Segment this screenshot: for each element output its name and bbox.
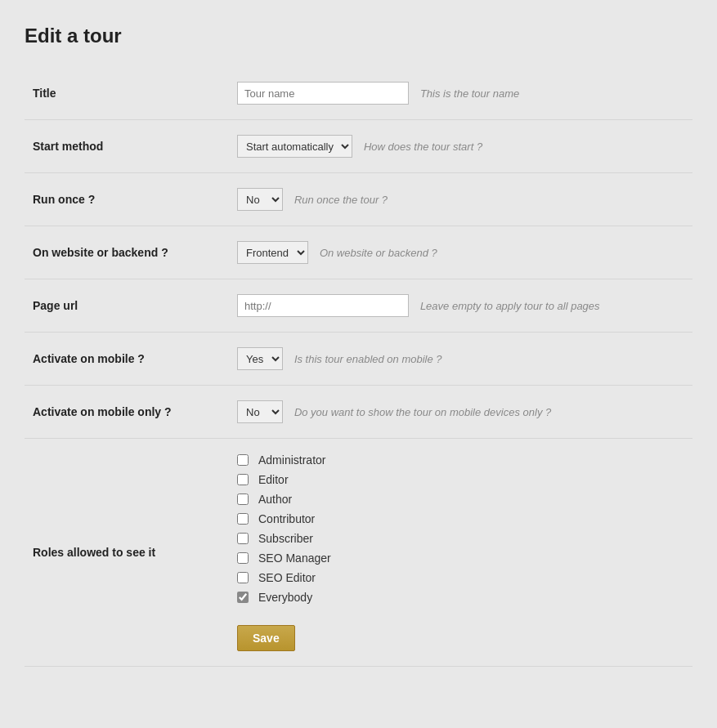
website-backend-row: On website or backend ? Frontend Backend… <box>25 226 692 279</box>
run-once-hint: Run once the tour ? <box>294 194 388 206</box>
start-method-cell: Start automatically Manual How does the … <box>229 120 692 173</box>
start-method-row: Start method Start automatically Manual … <box>25 120 692 173</box>
role-seo-editor-checkbox[interactable] <box>237 572 249 583</box>
page-title: Edit a tour <box>25 25 692 47</box>
role-editor-checkbox[interactable] <box>237 474 249 485</box>
title-row: Title This is the tour name <box>25 67 692 120</box>
website-backend-cell: Frontend Backend On website or backend ? <box>229 226 692 279</box>
role-administrator-checkbox[interactable] <box>237 454 249 466</box>
website-backend-hint: On website or backend ? <box>320 247 437 259</box>
start-method-select[interactable]: Start automatically Manual <box>237 135 352 158</box>
run-once-select[interactable]: No Yes <box>237 188 283 211</box>
save-button[interactable]: Save <box>237 625 295 651</box>
mobile-hint: Is this tour enabled on mobile ? <box>294 353 442 365</box>
page-url-cell: Leave empty to apply tour to all pages <box>229 279 692 333</box>
role-everybody-checkbox[interactable] <box>237 592 249 603</box>
role-administrator-label: Administrator <box>258 453 325 467</box>
page-url-label: Page url <box>25 279 229 333</box>
mobile-only-row: Activate on mobile only ? No Yes Do you … <box>25 386 692 439</box>
role-seo-manager: SEO Manager <box>237 552 684 565</box>
role-everybody-label: Everybody <box>258 591 312 604</box>
start-method-hint: How does the tour start ? <box>364 141 482 153</box>
role-subscriber: Subscriber <box>237 532 684 545</box>
title-hint: This is the tour name <box>420 87 519 100</box>
mobile-select[interactable]: Yes No <box>237 347 283 370</box>
page-url-row: Page url Leave empty to apply tour to al… <box>25 279 692 333</box>
role-author-checkbox[interactable] <box>237 494 249 505</box>
form-table: Title This is the tour name Start method… <box>25 67 692 667</box>
page-url-input[interactable] <box>237 294 409 317</box>
role-editor-label: Editor <box>258 473 289 486</box>
run-once-cell: No Yes Run once the tour ? <box>229 173 692 226</box>
role-administrator: Administrator <box>237 453 684 467</box>
role-seo-editor-label: SEO Editor <box>258 571 316 584</box>
run-once-label: Run once ? <box>25 173 229 226</box>
roles-cell: Administrator Editor Author Contributor … <box>229 439 692 667</box>
page-url-hint: Leave empty to apply tour to all pages <box>420 300 600 312</box>
role-subscriber-checkbox[interactable] <box>237 533 249 544</box>
mobile-only-label: Activate on mobile only ? <box>25 386 229 439</box>
run-once-row: Run once ? No Yes Run once the tour ? <box>25 173 692 226</box>
mobile-label: Activate on mobile ? <box>25 333 229 386</box>
role-everybody: Everybody <box>237 591 684 604</box>
roles-row: Roles allowed to see it Administrator Ed… <box>25 439 692 667</box>
role-seo-manager-checkbox[interactable] <box>237 552 249 564</box>
role-contributor-label: Contributor <box>258 512 315 525</box>
role-seo-manager-label: SEO Manager <box>258 552 331 565</box>
title-input[interactable] <box>237 82 409 105</box>
roles-label: Roles allowed to see it <box>25 439 229 667</box>
mobile-row: Activate on mobile ? Yes No Is this tour… <box>25 333 692 386</box>
mobile-only-hint: Do you want to show the tour on mobile d… <box>294 406 551 418</box>
website-backend-label: On website or backend ? <box>25 226 229 279</box>
mobile-only-cell: No Yes Do you want to show the tour on m… <box>229 386 692 439</box>
website-backend-select[interactable]: Frontend Backend <box>237 241 308 264</box>
role-subscriber-label: Subscriber <box>258 532 313 545</box>
role-contributor-checkbox[interactable] <box>237 513 249 525</box>
mobile-only-select[interactable]: No Yes <box>237 400 283 423</box>
role-author: Author <box>237 493 684 506</box>
title-label: Title <box>25 67 229 120</box>
mobile-cell: Yes No Is this tour enabled on mobile ? <box>229 333 692 386</box>
role-author-label: Author <box>258 493 292 506</box>
role-contributor: Contributor <box>237 512 684 525</box>
role-editor: Editor <box>237 473 684 486</box>
start-method-label: Start method <box>25 120 229 173</box>
title-cell: This is the tour name <box>229 67 692 120</box>
role-seo-editor: SEO Editor <box>237 571 684 584</box>
